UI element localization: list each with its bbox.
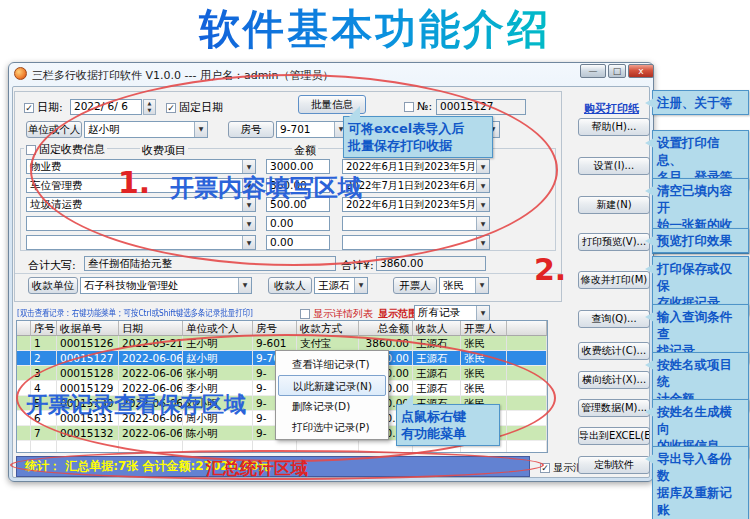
- fee-period-combo[interactable]: 2022年6月1日到2023年5月31日▼: [342, 197, 490, 212]
- room-combo[interactable]: 9-701▼: [276, 121, 348, 138]
- export-excel-button[interactable]: 导出到EXCEL(E): [578, 427, 650, 445]
- payee-unit-button[interactable]: 收款单位: [28, 277, 78, 294]
- menu-item-delete[interactable]: 删除记录(D): [278, 396, 386, 417]
- horizontal-stats-button[interactable]: 横向统计(X)...: [578, 371, 650, 389]
- customize-button[interactable]: 定制软件: [578, 456, 650, 474]
- chevron-down-icon[interactable]: ▼: [475, 278, 488, 293]
- table-header: 序号收据单号 日期单位或个人 房号收款方式 总金额收款人 开票人: [17, 321, 547, 336]
- chevron-down-icon[interactable]: ▼: [476, 160, 489, 173]
- records-hint: [双击查看记录：右键功能菜单；可按Ctrl或Shift键选多条记录批量打印]: [17, 307, 253, 320]
- help-button[interactable]: 帮助(H)...: [578, 118, 650, 136]
- fee-item-combo[interactable]: ▼: [26, 216, 256, 231]
- settings-button[interactable]: 设置(I)...: [578, 157, 650, 175]
- fee-period-combo[interactable]: 2022年7月1日到2023年6月30日▼: [342, 178, 490, 193]
- window-title: 三栏多行收据打印软件 V1.0.0 --- 用户名：admin（管理员）: [32, 68, 333, 83]
- chevron-down-icon[interactable]: ▼: [242, 179, 255, 192]
- buy-paper-link[interactable]: 购买打印纸: [584, 101, 639, 116]
- table-row[interactable]: 1000151262022-05-21王小明9-601支付宝3860.00王源石…: [17, 336, 547, 351]
- chevron-down-icon[interactable]: ▼: [242, 217, 255, 230]
- callout-excel-import: 可将excel表导入后 批量保存打印收据: [343, 116, 493, 158]
- callout-preview: 预览打印效果: [652, 228, 749, 253]
- page-title: 软件基本功能介绍: [0, 2, 750, 57]
- chevron-down-icon[interactable]: ▼: [476, 217, 489, 230]
- unit-combo[interactable]: 赵小明▼: [84, 121, 208, 138]
- no-checkbox[interactable]: №:: [404, 100, 432, 113]
- chevron-down-icon[interactable]: ▼: [194, 122, 207, 137]
- checkbox-unchecked-icon: [404, 102, 414, 112]
- chevron-down-icon[interactable]: ▼: [476, 179, 489, 192]
- fixed-fee-checkbox[interactable]: 固定收费信息: [24, 142, 107, 157]
- menu-item-new-from-this[interactable]: 以此新建记录(N): [278, 375, 386, 396]
- checkbox-unchecked-icon: [300, 309, 310, 319]
- date-spinner[interactable]: ▲▼: [143, 99, 156, 115]
- fee-period-combo[interactable]: 2022年6月1日到2023年5月31日▼: [342, 159, 490, 174]
- fee-item-combo[interactable]: 垃圾清运费▼: [26, 197, 256, 212]
- checkbox-checked-icon: ✓: [540, 463, 550, 473]
- callout-right-click-menu: 点鼠标右键 有功能菜单: [396, 404, 500, 446]
- form-divider: [15, 273, 561, 274]
- fee-item-combo[interactable]: ▼: [26, 235, 256, 250]
- status-bar: 统计： 汇总单据:7张 合计金额:27020.00元: [16, 456, 530, 477]
- fee-item-combo[interactable]: 物业费▼: [26, 159, 256, 174]
- fee-period-combo[interactable]: ▼: [342, 216, 490, 231]
- total-label: 合计¥:: [341, 258, 374, 273]
- checkbox-unchecked-icon: [26, 145, 36, 155]
- minimize-button[interactable]: —: [580, 64, 606, 78]
- drawer-combo[interactable]: 张民▼: [439, 277, 489, 294]
- chevron-down-icon[interactable]: ▼: [242, 236, 255, 249]
- date-checkbox[interactable]: ✓ 日期:: [24, 100, 63, 115]
- print-preview-button[interactable]: 打印预览(V)...: [578, 233, 650, 251]
- query-button[interactable]: 查询(Q)...: [578, 310, 650, 328]
- fee-item-header: 收费项目: [140, 143, 188, 158]
- receipt-no-field[interactable]: 00015127: [436, 99, 526, 115]
- close-button[interactable]: x: [628, 64, 654, 78]
- total-caps-label: 合计大写:: [28, 258, 76, 273]
- chevron-down-icon[interactable]: ▼: [476, 306, 489, 320]
- chevron-down-icon[interactable]: ▼: [476, 236, 489, 249]
- fee-item-combo[interactable]: 车位管理费▼: [26, 178, 256, 193]
- fee-amount-input[interactable]: 3000.00: [266, 159, 330, 174]
- context-menu[interactable]: 查看详细记录(T) 以此新建记录(N) 删除记录(D) 打印选中记录(P): [275, 350, 389, 440]
- checkbox-checked-icon: ✓: [166, 103, 176, 113]
- fixed-date-checkbox[interactable]: ✓ 固定日期: [166, 100, 223, 115]
- manage-data-button[interactable]: 管理数据(M)...: [578, 399, 650, 417]
- callout-register-about: 注册、关于等: [652, 90, 749, 115]
- modify-print-button[interactable]: 修改并打印(M): [578, 271, 650, 289]
- total-field: 3860.00: [376, 256, 486, 271]
- app-icon: [14, 67, 27, 80]
- total-caps-field: 叁仟捌佰陆拾元整: [84, 256, 336, 271]
- chevron-down-icon[interactable]: ▼: [238, 278, 251, 293]
- checkbox-checked-icon: ✓: [24, 103, 34, 113]
- detail-list-checkbox[interactable]: 显示详情列表: [300, 307, 373, 321]
- chevron-down-icon[interactable]: ▼: [242, 160, 255, 173]
- maximize-button[interactable]: □: [608, 64, 626, 78]
- fee-stats-button[interactable]: 收费统计(C)...: [578, 342, 650, 360]
- chevron-down-icon[interactable]: ▼: [242, 198, 255, 211]
- payee-unit-combo[interactable]: 石子科技物业管理处▼: [80, 277, 252, 294]
- unit-or-person-button[interactable]: 单位或个人: [26, 121, 82, 138]
- date-input[interactable]: 2022/ 6/ 6: [70, 99, 142, 115]
- chevron-down-icon[interactable]: ▼: [354, 278, 367, 293]
- fee-amount-input[interactable]: 0.00: [266, 216, 330, 231]
- scope-combo[interactable]: 所有记录▼: [414, 305, 490, 321]
- menu-item-view-detail[interactable]: 查看详细记录(T): [278, 354, 386, 375]
- fee-period-combo[interactable]: ▼: [342, 235, 490, 250]
- chevron-down-icon[interactable]: ▼: [476, 198, 489, 211]
- fee-amount-input[interactable]: 360.00: [266, 178, 330, 193]
- payee-combo[interactable]: 王源石▼: [314, 277, 368, 294]
- callout-export-backup: 导出导入备份数 据库及重新记账: [652, 446, 749, 519]
- menu-item-print-selected[interactable]: 打印选中记录(P): [278, 417, 386, 438]
- amount-header: 金额: [292, 143, 318, 158]
- room-button[interactable]: 房号: [228, 121, 274, 138]
- fee-amount-input[interactable]: 500.00: [266, 197, 330, 212]
- new-button[interactable]: 新建(N): [578, 196, 650, 214]
- screenshot-stage: 软件基本功能介绍 三栏多行收据打印软件 V1.0.0 --- 用户名：admin…: [0, 0, 750, 519]
- fee-amount-input[interactable]: 0.00: [266, 235, 330, 250]
- payee-button[interactable]: 收款人: [268, 277, 312, 294]
- drawer-button[interactable]: 开票人: [393, 277, 437, 294]
